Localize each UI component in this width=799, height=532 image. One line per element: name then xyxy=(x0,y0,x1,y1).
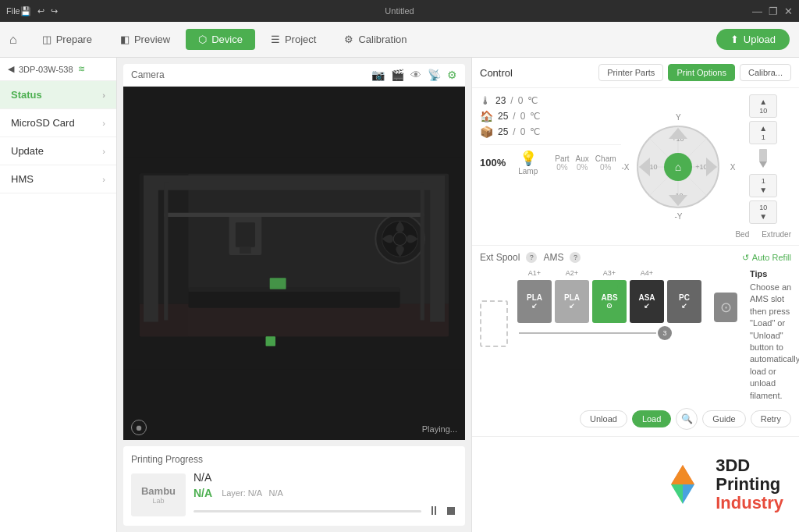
slot-num-0: A1+ xyxy=(517,269,552,277)
jog-y-minus-button[interactable] xyxy=(669,195,687,206)
sidebar-item-status[interactable]: Status › xyxy=(0,81,116,109)
part-fan-label: Part xyxy=(555,154,569,163)
project-icon: ☰ xyxy=(271,34,280,45)
back-icon[interactable]: ◀ xyxy=(8,64,14,74)
z-controls: ▲ 10 ▲ 1 xyxy=(749,94,777,224)
jog-x-minus-button[interactable] xyxy=(639,158,650,176)
brand-line3: Industry xyxy=(716,494,783,512)
close-button[interactable]: ✕ xyxy=(784,5,793,17)
stream-icon[interactable]: 📡 xyxy=(428,69,441,81)
branding-section: 3DD Printing Industry xyxy=(472,436,799,532)
total-layers: N/A xyxy=(269,488,283,498)
search-action-icon[interactable]: 🔍 xyxy=(676,408,698,430)
ams-slot-4[interactable]: PC ↙ xyxy=(667,280,701,323)
load-button[interactable]: Load xyxy=(632,410,671,427)
bed-down1-button[interactable]: 1 ▼ xyxy=(749,174,777,197)
ams-slot-1[interactable]: PLA ↙ xyxy=(555,280,589,323)
cham-fan-col: Cham 0% xyxy=(595,154,616,172)
brand-text-block: 3DD Printing Industry xyxy=(716,456,783,513)
camera-header: Camera 📷 🎬 👁 📡 ⚙ xyxy=(123,64,465,87)
bed-temp-sep: / xyxy=(513,111,515,122)
bed-down10-button[interactable]: 10 ▼ xyxy=(749,200,777,224)
update-label: Update xyxy=(11,145,44,157)
progress-content: Bambu Lab N/A N/A Layer: N/A N/A xyxy=(131,471,457,518)
ams-actions: Unload Load 🔍 Guide Retry xyxy=(480,408,791,430)
pause-button[interactable]: ⏸ xyxy=(428,504,440,518)
home-button[interactable]: ⌂ xyxy=(9,33,17,47)
auto-refill-label: Auto Refill xyxy=(752,253,791,262)
part-fan-value: 0% xyxy=(556,163,567,172)
svg-marker-32 xyxy=(759,161,767,168)
camera-section: Camera 📷 🎬 👁 📡 ⚙ xyxy=(123,64,465,440)
svg-rect-18 xyxy=(421,182,424,320)
sidebar-item-microsd[interactable]: MicroSD Card › xyxy=(0,109,116,137)
save-icon[interactable]: 💾 xyxy=(20,6,31,16)
nav-preview[interactable]: ◧ Preview xyxy=(108,29,183,50)
nav-device[interactable]: ⬡ Device xyxy=(186,29,255,50)
retry-button[interactable]: Retry xyxy=(751,410,791,427)
ams-slot-2[interactable]: ABS ⊙ xyxy=(592,280,627,323)
bed-up1-button[interactable]: ▲ 1 xyxy=(749,121,777,144)
slot-1-icon: ↙ xyxy=(569,302,575,310)
navbar: ⌂ ◫ Prepare ◧ Preview ⬡ Device ☰ Project… xyxy=(0,22,799,58)
camera-settings-icon[interactable]: ⚙ xyxy=(447,69,457,81)
slot-1-material: PLA xyxy=(564,293,580,302)
progress-thumbnail: Bambu Lab xyxy=(131,473,186,516)
playing-status: Playing... xyxy=(422,424,457,434)
printer-parts-button[interactable]: Printer Parts xyxy=(598,64,663,81)
cham-fan-value: 0% xyxy=(600,163,611,172)
redo-icon[interactable]: ↪ xyxy=(51,6,58,16)
x-axis-label: X xyxy=(730,162,736,171)
ams-slot-0[interactable]: PLA ↙ xyxy=(517,280,552,323)
ams-slots-container: A1+ A2+ A3+ A4+ PLA ↙ xyxy=(517,269,701,340)
nav-items: ◫ Prepare ◧ Preview ⬡ Device ☰ Project ⚙… xyxy=(30,29,716,50)
jog-y-plus-button[interactable] xyxy=(669,128,687,139)
guide-button[interactable]: Guide xyxy=(702,410,745,427)
svg-rect-7 xyxy=(144,176,158,322)
nozzle-temp-target: 0 xyxy=(518,95,524,106)
up1-arrow-icon: ▲ xyxy=(759,124,767,133)
undo-icon[interactable]: ↩ xyxy=(37,6,44,16)
svg-rect-14 xyxy=(240,247,251,254)
temp-row-0: 🌡 23 / 0 ℃ xyxy=(480,94,621,107)
nav-calibration[interactable]: ⚙ Calibration xyxy=(332,29,419,50)
main-content: ◀ 3DP-03W-538 ≋ Status › MicroSD Card › … xyxy=(0,58,799,532)
brand-container: 3DD Printing Industry xyxy=(659,456,783,513)
bed-up10-button[interactable]: ▲ 10 xyxy=(749,94,777,118)
ams-slot-3[interactable]: ASA ↙ xyxy=(630,280,664,323)
auto-refill-toggle[interactable]: ↺ Auto Refill xyxy=(742,253,791,263)
sidebar-item-hms[interactable]: HMS › xyxy=(0,165,116,193)
ext-spool-help[interactable]: ? xyxy=(526,252,537,263)
nav-project[interactable]: ☰ Project xyxy=(258,29,328,50)
ams-help[interactable]: ? xyxy=(570,252,581,263)
view-icon[interactable]: 👁 xyxy=(410,69,421,81)
restore-button[interactable]: ❐ xyxy=(769,5,778,17)
minimize-button[interactable]: — xyxy=(752,5,762,17)
record-icon[interactable]: 🎬 xyxy=(391,69,404,81)
ams-slot-cards: PLA ↙ PLA ↙ ABS ⊙ xyxy=(517,280,701,323)
ext-spool-slot[interactable] xyxy=(480,300,508,347)
nav-prepare[interactable]: ◫ Prepare xyxy=(30,29,105,50)
connector-line xyxy=(519,332,656,334)
bed-up1-label: 1 xyxy=(762,133,765,141)
jog-x-plus-button[interactable] xyxy=(706,158,717,176)
upload-icon: ⬆ xyxy=(730,34,739,45)
print-options-button[interactable]: Print Options xyxy=(668,64,735,81)
sidebar-item-update[interactable]: Update › xyxy=(0,137,116,165)
camera-body: Playing... ⏺ xyxy=(123,87,465,440)
wifi-icon: ≋ xyxy=(78,64,85,74)
slot-4-material: PC xyxy=(679,293,690,302)
progress-title: Printing Progress xyxy=(131,454,457,465)
file-menu[interactable]: File xyxy=(6,6,20,16)
stop-button[interactable]: ⏹ xyxy=(445,504,457,518)
camera-play-button[interactable]: ⏺ xyxy=(131,420,147,435)
center-panel: Camera 📷 🎬 👁 📡 ⚙ xyxy=(117,58,471,532)
part-fan-col: Part 0% xyxy=(555,154,569,172)
extruder-icon-placeholder xyxy=(755,147,771,171)
upload-button[interactable]: ⬆ Upload xyxy=(716,29,790,50)
unload-button[interactable]: Unload xyxy=(580,410,627,427)
slot-4-icon: ↙ xyxy=(681,302,687,310)
calibration-label: Calibration xyxy=(358,34,407,45)
calibra-button[interactable]: Calibra... xyxy=(740,64,791,81)
screenshot-icon[interactable]: 📷 xyxy=(371,69,385,81)
